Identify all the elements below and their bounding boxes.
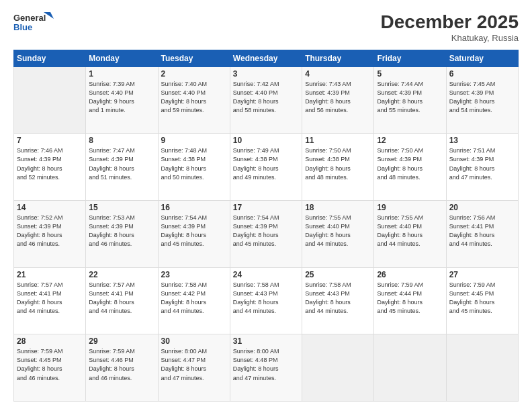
day-info: Sunrise: 7:55 AM Sunset: 4:40 PM Dayligh…: [305, 214, 371, 248]
table-row: 9Sunrise: 7:48 AM Sunset: 4:38 PM Daylig…: [158, 134, 230, 201]
table-row: 27Sunrise: 7:59 AM Sunset: 4:45 PM Dayli…: [446, 267, 518, 334]
table-row: 8Sunrise: 7:47 AM Sunset: 4:39 PM Daylig…: [86, 134, 158, 201]
day-info: Sunrise: 7:48 AM Sunset: 4:38 PM Dayligh…: [161, 146, 227, 181]
logo-icon: GeneralBlue: [13, 12, 54, 32]
calendar-week-row: 28Sunrise: 7:59 AM Sunset: 4:45 PM Dayli…: [14, 334, 519, 402]
day-number: 19: [377, 203, 443, 212]
day-info: Sunrise: 7:45 AM Sunset: 4:39 PM Dayligh…: [449, 80, 515, 115]
day-info: Sunrise: 7:46 AM Sunset: 4:39 PM Dayligh…: [17, 146, 83, 181]
table-row: 28Sunrise: 7:59 AM Sunset: 4:45 PM Dayli…: [14, 334, 86, 402]
table-row: 4Sunrise: 7:43 AM Sunset: 4:39 PM Daylig…: [302, 66, 374, 134]
day-number: 26: [377, 270, 443, 279]
day-info: Sunrise: 7:59 AM Sunset: 4:45 PM Dayligh…: [449, 281, 515, 316]
day-info: Sunrise: 8:00 AM Sunset: 4:48 PM Dayligh…: [233, 347, 299, 382]
header-tuesday: Tuesday: [158, 50, 230, 66]
header-monday: Monday: [86, 50, 158, 66]
day-number: 27: [449, 270, 515, 279]
table-row: 11Sunrise: 7:50 AM Sunset: 4:38 PM Dayli…: [302, 134, 374, 201]
day-info: Sunrise: 7:59 AM Sunset: 4:46 PM Dayligh…: [89, 347, 154, 382]
day-info: Sunrise: 7:40 AM Sunset: 4:40 PM Dayligh…: [161, 80, 227, 115]
table-row: 17Sunrise: 7:54 AM Sunset: 4:39 PM Dayli…: [230, 201, 302, 268]
table-row: 24Sunrise: 7:58 AM Sunset: 4:43 PM Dayli…: [230, 267, 302, 334]
day-info: Sunrise: 7:57 AM Sunset: 4:41 PM Dayligh…: [17, 281, 83, 316]
day-info: Sunrise: 8:00 AM Sunset: 4:47 PM Dayligh…: [161, 347, 227, 382]
calendar-header-row: Sunday Monday Tuesday Wednesday Thursday…: [14, 50, 519, 66]
day-number: 29: [89, 336, 154, 346]
day-number: 6: [449, 69, 515, 79]
day-info: Sunrise: 7:44 AM Sunset: 4:39 PM Dayligh…: [377, 80, 443, 115]
table-row: 22Sunrise: 7:57 AM Sunset: 4:41 PM Dayli…: [86, 267, 158, 334]
table-row: [14, 66, 86, 134]
day-info: Sunrise: 7:39 AM Sunset: 4:40 PM Dayligh…: [89, 80, 154, 115]
day-number: 16: [161, 203, 227, 212]
day-number: 17: [233, 203, 299, 212]
day-number: 8: [89, 136, 154, 145]
day-info: Sunrise: 7:58 AM Sunset: 4:43 PM Dayligh…: [305, 281, 371, 316]
table-row: 31Sunrise: 8:00 AM Sunset: 4:48 PM Dayli…: [230, 334, 302, 402]
calendar-week-row: 1Sunrise: 7:39 AM Sunset: 4:40 PM Daylig…: [14, 66, 519, 134]
day-number: 31: [233, 336, 299, 346]
day-number: 1: [89, 69, 154, 79]
table-row: 10Sunrise: 7:49 AM Sunset: 4:38 PM Dayli…: [230, 134, 302, 201]
header: GeneralBlue December 2025 Khatukay, Russ…: [13, 12, 519, 43]
day-info: Sunrise: 7:58 AM Sunset: 4:43 PM Dayligh…: [233, 281, 299, 316]
day-number: 30: [161, 336, 227, 346]
calendar-week-row: 14Sunrise: 7:52 AM Sunset: 4:39 PM Dayli…: [14, 201, 519, 268]
table-row: 3Sunrise: 7:42 AM Sunset: 4:40 PM Daylig…: [230, 66, 302, 134]
day-number: 21: [17, 270, 83, 279]
logo: GeneralBlue: [13, 12, 54, 32]
table-row: 25Sunrise: 7:58 AM Sunset: 4:43 PM Dayli…: [302, 267, 374, 334]
day-info: Sunrise: 7:49 AM Sunset: 4:38 PM Dayligh…: [233, 146, 299, 181]
day-number: 20: [449, 203, 515, 212]
day-info: Sunrise: 7:59 AM Sunset: 4:45 PM Dayligh…: [17, 347, 83, 382]
day-info: Sunrise: 7:56 AM Sunset: 4:41 PM Dayligh…: [449, 214, 515, 248]
header-wednesday: Wednesday: [230, 50, 302, 66]
day-info: Sunrise: 7:43 AM Sunset: 4:39 PM Dayligh…: [305, 80, 371, 115]
table-row: 15Sunrise: 7:53 AM Sunset: 4:39 PM Dayli…: [86, 201, 158, 268]
day-info: Sunrise: 7:57 AM Sunset: 4:41 PM Dayligh…: [89, 281, 154, 316]
table-row: 16Sunrise: 7:54 AM Sunset: 4:39 PM Dayli…: [158, 201, 230, 268]
day-number: 4: [305, 69, 371, 79]
table-row: 14Sunrise: 7:52 AM Sunset: 4:39 PM Dayli…: [14, 201, 86, 268]
table-row: 30Sunrise: 8:00 AM Sunset: 4:47 PM Dayli…: [158, 334, 230, 402]
svg-text:Blue: Blue: [13, 22, 32, 32]
table-row: 1Sunrise: 7:39 AM Sunset: 4:40 PM Daylig…: [86, 66, 158, 134]
table-row: 12Sunrise: 7:50 AM Sunset: 4:39 PM Dayli…: [374, 134, 446, 201]
day-number: 25: [305, 270, 371, 279]
day-number: 14: [17, 203, 83, 212]
day-info: Sunrise: 7:47 AM Sunset: 4:39 PM Dayligh…: [89, 146, 154, 181]
table-row: 13Sunrise: 7:51 AM Sunset: 4:39 PM Dayli…: [446, 134, 518, 201]
day-info: Sunrise: 7:58 AM Sunset: 4:42 PM Dayligh…: [161, 281, 227, 316]
calendar-table: Sunday Monday Tuesday Wednesday Thursday…: [13, 50, 519, 402]
day-number: 9: [161, 136, 227, 145]
day-number: 10: [233, 136, 299, 145]
svg-text:General: General: [13, 13, 46, 23]
day-number: 2: [161, 69, 227, 79]
table-row: 18Sunrise: 7:55 AM Sunset: 4:40 PM Dayli…: [302, 201, 374, 268]
day-number: 24: [233, 270, 299, 279]
table-row: 20Sunrise: 7:56 AM Sunset: 4:41 PM Dayli…: [446, 201, 518, 268]
day-number: 11: [305, 136, 371, 145]
table-row: 23Sunrise: 7:58 AM Sunset: 4:42 PM Dayli…: [158, 267, 230, 334]
day-number: 7: [17, 136, 83, 145]
table-row: 6Sunrise: 7:45 AM Sunset: 4:39 PM Daylig…: [446, 66, 518, 134]
table-row: [374, 334, 446, 402]
day-info: Sunrise: 7:50 AM Sunset: 4:38 PM Dayligh…: [305, 146, 371, 181]
day-info: Sunrise: 7:59 AM Sunset: 4:44 PM Dayligh…: [377, 281, 443, 316]
header-friday: Friday: [374, 50, 446, 66]
day-info: Sunrise: 7:54 AM Sunset: 4:39 PM Dayligh…: [233, 214, 299, 248]
day-info: Sunrise: 7:55 AM Sunset: 4:40 PM Dayligh…: [377, 214, 443, 248]
table-row: 5Sunrise: 7:44 AM Sunset: 4:39 PM Daylig…: [374, 66, 446, 134]
day-number: 3: [233, 69, 299, 79]
day-info: Sunrise: 7:53 AM Sunset: 4:39 PM Dayligh…: [89, 214, 154, 248]
table-row: 26Sunrise: 7:59 AM Sunset: 4:44 PM Dayli…: [374, 267, 446, 334]
day-info: Sunrise: 7:42 AM Sunset: 4:40 PM Dayligh…: [233, 80, 299, 115]
table-row: 7Sunrise: 7:46 AM Sunset: 4:39 PM Daylig…: [14, 134, 86, 201]
title-block: December 2025 Khatukay, Russia: [381, 12, 519, 43]
calendar-week-row: 21Sunrise: 7:57 AM Sunset: 4:41 PM Dayli…: [14, 267, 519, 334]
day-number: 23: [161, 270, 227, 279]
day-number: 12: [377, 136, 443, 145]
day-number: 22: [89, 270, 154, 279]
day-number: 13: [449, 136, 515, 145]
calendar-week-row: 7Sunrise: 7:46 AM Sunset: 4:39 PM Daylig…: [14, 134, 519, 201]
